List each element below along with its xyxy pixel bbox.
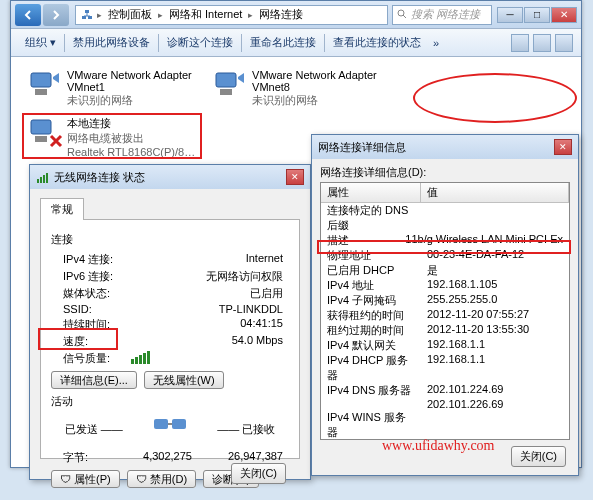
list-row[interactable]: IPv4 WINS 服务器 xyxy=(321,410,569,440)
adapter-icon xyxy=(212,69,248,101)
list-row[interactable]: IPv4 子网掩码255.255.255.0 xyxy=(321,293,569,308)
forward-button[interactable] xyxy=(43,4,69,26)
disable-button[interactable]: 🛡 禁用(D) xyxy=(127,470,196,488)
diagnose-button[interactable]: 诊断这个连接 xyxy=(161,33,239,52)
svg-rect-20 xyxy=(172,419,186,429)
svg-rect-7 xyxy=(220,89,232,95)
svg-rect-16 xyxy=(40,177,42,183)
adapter-name: 本地连接 xyxy=(67,116,197,131)
view-icon[interactable] xyxy=(511,34,529,52)
dialog-close-button[interactable]: ✕ xyxy=(554,139,572,155)
adapter-status: 未识别的网络 xyxy=(252,93,382,108)
tab-general[interactable]: 常规 xyxy=(40,198,84,220)
back-button[interactable] xyxy=(15,4,41,26)
svg-rect-6 xyxy=(216,73,236,87)
list-row[interactable]: 202.101.226.69 xyxy=(321,398,569,410)
svg-rect-18 xyxy=(46,173,48,183)
disable-device-button[interactable]: 禁用此网络设备 xyxy=(67,33,156,52)
details-button[interactable]: 详细信息(E)... xyxy=(51,371,137,389)
list-row[interactable]: IPv4 DNS 服务器202.101.224.69 xyxy=(321,383,569,398)
breadcrumb-control-panel[interactable]: 控制面板 xyxy=(105,7,155,22)
list-row[interactable]: IPv4 地址192.168.1.105 xyxy=(321,278,569,293)
breadcrumb-network-connections[interactable]: 网络连接 xyxy=(256,7,306,22)
connection-section-label: 连接 xyxy=(51,232,289,247)
network-icon xyxy=(80,8,94,22)
adapter-vmnet1[interactable]: VMware Network Adapter VMnet1 未识别的网络 xyxy=(27,69,197,108)
list-row[interactable]: 已启用 DHCP是 xyxy=(321,263,569,278)
minimize-button[interactable]: ─ xyxy=(497,7,523,23)
adapter-device: Realtek RTL8168C(P)/8111C... xyxy=(67,146,197,158)
close-button[interactable]: ✕ xyxy=(551,7,577,23)
list-row[interactable]: 描述11b/g Wireless LAN Mini PCI Ex xyxy=(321,233,569,248)
list-row[interactable]: 物理地址00-23-4E-DA-FA-12 xyxy=(321,248,569,263)
svg-rect-15 xyxy=(37,179,39,183)
more-button[interactable]: » xyxy=(427,35,445,51)
signal-bars xyxy=(131,351,283,364)
adapter-name: VMware Network Adapter VMnet8 xyxy=(252,69,382,93)
properties-button[interactable]: 🛡 属性(P) xyxy=(51,470,120,488)
list-header: 属性 值 xyxy=(321,183,569,203)
dialog-title: 网络连接详细信息 xyxy=(318,140,554,155)
svg-rect-17 xyxy=(43,175,45,183)
adapter-icon xyxy=(27,116,63,148)
list-row[interactable]: IPv4 默认网关192.168.1.1 xyxy=(321,338,569,353)
list-row[interactable]: 连接特定的 DNS 后缀 xyxy=(321,203,569,233)
dialog-title: 无线网络连接 状态 xyxy=(54,170,286,185)
titlebar: ▸ 控制面板 ▸ 网络和 Internet ▸ 网络连接 搜索 网络连接 ─ □… xyxy=(11,1,581,29)
svg-rect-8 xyxy=(31,120,51,134)
svg-rect-9 xyxy=(35,136,47,142)
activity-section-label: 活动 xyxy=(51,394,289,409)
svg-rect-4 xyxy=(31,73,51,87)
col-value[interactable]: 值 xyxy=(421,183,569,202)
details-list: 属性 值 连接特定的 DNS 后缀描述11b/g Wireless LAN Mi… xyxy=(320,182,570,440)
close-button[interactable]: 关闭(C) xyxy=(231,463,286,484)
col-property[interactable]: 属性 xyxy=(321,183,421,202)
details-dialog: 网络连接详细信息 ✕ 网络连接详细信息(D): 属性 值 连接特定的 DNS 后… xyxy=(311,134,579,476)
window-controls: ─ □ ✕ xyxy=(496,7,577,23)
list-row[interactable]: IPv4 DHCP 服务器192.168.1.1 xyxy=(321,353,569,383)
adapter-status: 未识别的网络 xyxy=(67,93,197,108)
breadcrumb-network-internet[interactable]: 网络和 Internet xyxy=(166,7,245,22)
sent-label: 已发送 —— xyxy=(65,422,123,437)
activity-icon xyxy=(150,415,190,443)
adapter-local[interactable]: 本地连接 网络电缆被拨出 Realtek RTL8168C(P)/8111C..… xyxy=(27,116,197,158)
status-dialog: 无线网络连接 状态 ✕ 常规 连接 IPv4 连接:Internet IPv6 … xyxy=(29,164,311,480)
maximize-button[interactable]: □ xyxy=(524,7,550,23)
toolbar: 组织 ▾ 禁用此网络设备 诊断这个连接 重命名此连接 查看此连接的状态 » xyxy=(11,29,581,57)
dialog-close-button[interactable]: ✕ xyxy=(286,169,304,185)
search-input[interactable]: 搜索 网络连接 xyxy=(392,5,492,25)
list-row[interactable]: 租约过期的时间2012-11-20 13:55:30 xyxy=(321,323,569,338)
dialog-titlebar: 网络连接详细信息 ✕ xyxy=(312,135,578,159)
svg-rect-19 xyxy=(154,419,168,429)
organize-menu[interactable]: 组织 ▾ xyxy=(19,33,62,52)
list-row[interactable]: 获得租约的时间2012-11-20 07:55:27 xyxy=(321,308,569,323)
search-icon xyxy=(397,9,408,20)
help-icon[interactable] xyxy=(555,34,573,52)
adapter-icon xyxy=(27,69,63,101)
svg-rect-2 xyxy=(85,10,89,13)
adapter-status: 网络电缆被拨出 xyxy=(67,131,197,146)
dialog-titlebar: 无线网络连接 状态 ✕ xyxy=(30,165,310,189)
view-status-button[interactable]: 查看此连接的状态 xyxy=(327,33,427,52)
adapter-name: VMware Network Adapter VMnet1 xyxy=(67,69,197,93)
details-label: 网络连接详细信息(D): xyxy=(320,165,570,180)
rename-button[interactable]: 重命名此连接 xyxy=(244,33,322,52)
close-button[interactable]: 关闭(C) xyxy=(511,446,566,467)
recv-label: —— 已接收 xyxy=(217,422,275,437)
tab-panel: 连接 IPv4 连接:Internet IPv6 连接:无网络访问权限 媒体状态… xyxy=(40,219,300,459)
wifi-properties-button[interactable]: 无线属性(W) xyxy=(144,371,224,389)
adapter-vmnet8[interactable]: VMware Network Adapter VMnet8 未识别的网络 xyxy=(212,69,382,108)
wifi-icon xyxy=(36,170,50,184)
watermark: www.ufidawhy.com xyxy=(382,438,495,454)
breadcrumb[interactable]: ▸ 控制面板 ▸ 网络和 Internet ▸ 网络连接 xyxy=(75,5,388,25)
svg-rect-5 xyxy=(35,89,47,95)
options-icon[interactable] xyxy=(533,34,551,52)
